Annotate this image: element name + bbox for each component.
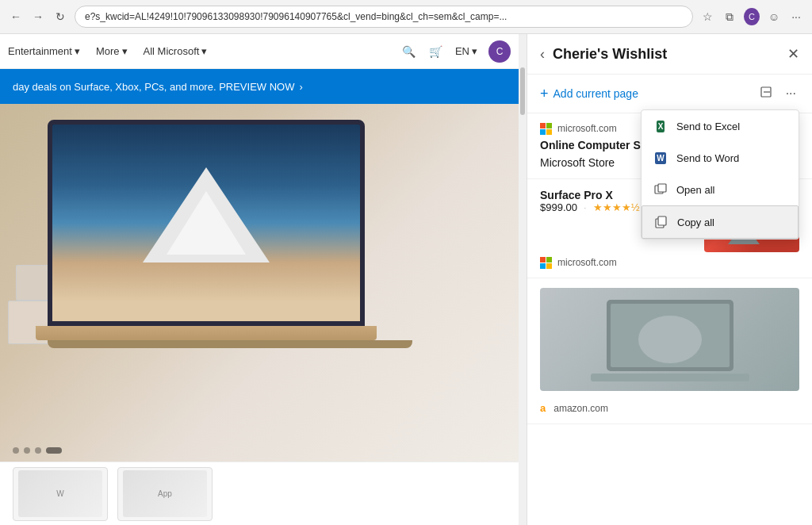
add-current-page-button[interactable]: + Add current page <box>540 86 757 102</box>
slide-dot-2[interactable] <box>24 447 30 454</box>
dropdown-menu: X Send to Excel W Send to Word <box>641 109 799 240</box>
banner-arrow: › <box>299 81 302 93</box>
chevron-down-icon: ▾ <box>75 45 80 57</box>
url-text: e?s_kwcid=AL!4249!10!79096133098930!7909… <box>85 11 507 22</box>
toolbar-icons: ··· <box>757 82 799 105</box>
mountain-peak <box>143 167 270 262</box>
address-bar: ← → ↻ e?s_kwcid=AL!4249!10!7909613309893… <box>0 0 812 33</box>
refresh-button[interactable]: ↻ <box>52 9 68 25</box>
close-button[interactable]: ✕ <box>787 45 799 63</box>
send-to-excel-item[interactable]: X Send to Excel <box>642 110 799 142</box>
ms-logo-1 <box>540 123 551 134</box>
share-icon[interactable] <box>757 82 776 105</box>
wishlist-title: Cherie's Wishlist <box>553 46 779 63</box>
store-name-1: microsoft.com <box>557 123 617 134</box>
open-all-label: Open all <box>676 184 714 196</box>
main-area: Entertainment ▾ More ▾ All Microsoft ▾ 🔍… <box>0 34 812 525</box>
banner-text: day deals on Surface, Xbox, PCs, and mor… <box>13 81 294 93</box>
laptop-illustration <box>48 120 412 374</box>
product-thumb-inner-2: App <box>123 470 207 517</box>
slide-dot-3[interactable] <box>35 447 41 454</box>
amazon-logo: a <box>540 402 546 414</box>
back-button[interactable]: ‹ <box>540 46 545 63</box>
more-options-icon[interactable]: ··· <box>783 83 799 104</box>
product-thumb-1[interactable]: W <box>13 467 108 521</box>
copy-all-icon <box>653 214 669 230</box>
ms-nav: Entertainment ▾ More ▾ All Microsoft ▾ 🔍… <box>0 34 519 69</box>
excel-icon: X <box>653 118 668 134</box>
wishlist-header: ‹ Cherie's Wishlist ✕ <box>527 34 812 75</box>
address-input[interactable]: e?s_kwcid=AL!4249!10!79096133098930!7909… <box>75 6 693 28</box>
scrollbar-thumb[interactable] <box>520 67 525 115</box>
svg-rect-3 <box>658 184 666 192</box>
nav-language[interactable]: EN ▾ <box>455 45 477 57</box>
laptop-bottom <box>48 340 412 348</box>
item-store-3: a amazon.com <box>540 402 799 414</box>
open-all-item[interactable]: Open all <box>642 174 799 205</box>
item-store-2: microsoft.com <box>540 257 799 268</box>
ms-logo-2 <box>540 257 551 268</box>
scrollbar[interactable] <box>519 34 527 525</box>
cart-icon[interactable]: 🛒 <box>428 44 444 59</box>
ms-banner[interactable]: day deals on Surface, Xbox, PCs, and mor… <box>0 69 519 104</box>
slide-dot-1[interactable] <box>13 447 19 454</box>
wishlist-panel: ‹ Cherie's Wishlist ✕ + Add current page… <box>527 34 812 525</box>
slide-dots <box>13 447 62 454</box>
profile-icon[interactable]: C <box>744 9 760 25</box>
send-to-word-item[interactable]: W Send to Word <box>642 142 799 174</box>
ms-hero <box>0 104 519 462</box>
nav-all-microsoft[interactable]: All Microsoft ▾ <box>144 45 208 57</box>
laptop-screen-content <box>52 125 360 321</box>
svg-rect-12 <box>591 374 749 381</box>
store-name-2: microsoft.com <box>557 257 617 268</box>
wishlist-item-3: a amazon.com <box>527 278 812 424</box>
chevron-down-icon: ▾ <box>122 45 128 57</box>
copy-all-label: Copy all <box>677 217 714 228</box>
word-icon: W <box>653 150 668 166</box>
favorites-icon[interactable]: ☆ <box>699 9 715 25</box>
laptop-base <box>36 326 377 340</box>
item-image-3 <box>540 288 799 391</box>
forward-button[interactable]: → <box>30 9 46 25</box>
nav-entertainment[interactable]: Entertainment ▾ <box>8 45 80 57</box>
search-icon[interactable]: 🔍 <box>401 44 417 59</box>
laptop-screen <box>48 120 365 326</box>
back-button[interactable]: ← <box>8 9 24 25</box>
chevron-down-icon: ▾ <box>201 45 207 57</box>
avatar[interactable]: C <box>488 40 511 63</box>
slide-dot-active[interactable] <box>46 447 62 454</box>
browser-chrome: ← → ↻ e?s_kwcid=AL!4249!10!7909613309893… <box>0 0 812 34</box>
plus-icon: + <box>540 86 549 102</box>
product-thumbnails: W App <box>0 462 519 525</box>
more-icon[interactable]: ··· <box>788 9 804 25</box>
send-to-excel-label: Send to Excel <box>676 121 740 132</box>
open-all-icon <box>653 182 668 197</box>
add-label: Add current page <box>553 87 638 100</box>
svg-rect-5 <box>658 217 666 225</box>
product-thumb-inner-1: W <box>18 470 102 517</box>
collections-icon[interactable]: ⧉ <box>722 9 737 25</box>
product-thumb-2[interactable]: App <box>117 467 213 521</box>
item-rating-2: ★★★★½ <box>593 201 640 213</box>
ms-page: Entertainment ▾ More ▾ All Microsoft ▾ 🔍… <box>0 34 519 525</box>
nav-more[interactable]: More ▾ <box>96 45 128 57</box>
send-to-word-label: Send to Word <box>676 152 739 164</box>
svg-point-11 <box>638 316 702 363</box>
gift-box-small <box>16 265 52 301</box>
hero-image <box>0 104 519 462</box>
surface-laptop-image <box>540 288 799 391</box>
copy-all-item[interactable]: Copy all <box>642 205 799 239</box>
item-price-2: $999.00 <box>540 201 577 213</box>
nav-right: 🔍 🛒 EN ▾ C <box>401 40 511 63</box>
store-name-3: amazon.com <box>553 403 608 414</box>
emoji-icon[interactable]: ☺ <box>766 9 782 25</box>
wishlist-toolbar: + Add current page ··· X Send <box>527 75 812 113</box>
chevron-down-icon: ▾ <box>472 45 477 57</box>
